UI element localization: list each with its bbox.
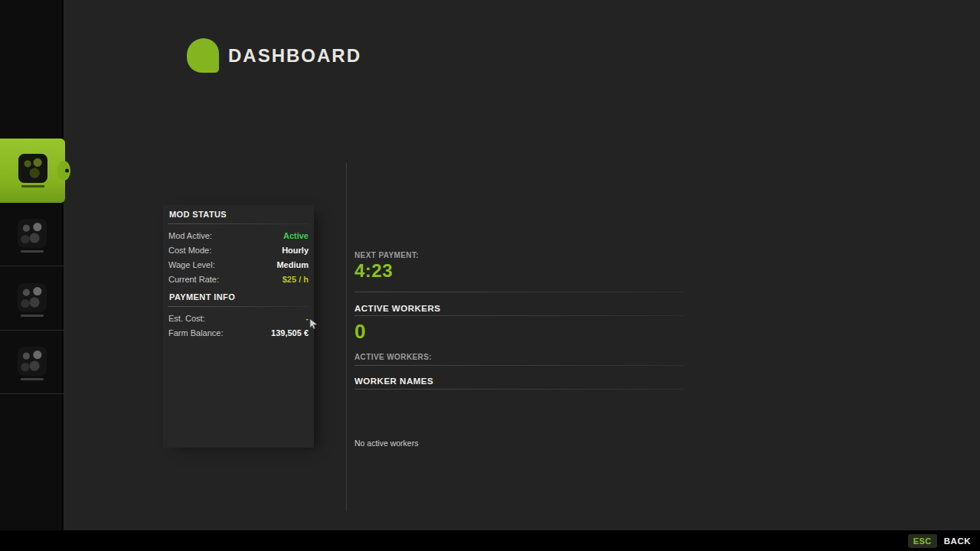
row-wage-level: Wage Level: Medium: [168, 260, 309, 269]
sidebar-separator: [0, 330, 64, 331]
active-workers-sublabel: ACTIVE WORKERS:: [354, 353, 684, 361]
status-panel: MOD STATUS Mod Active: Active Cost Mode:…: [163, 205, 314, 448]
divider: [168, 223, 309, 224]
sidebar-item-mod-selected[interactable]: [0, 139, 65, 203]
tab-notch-dot: [65, 169, 69, 173]
divider: [354, 315, 684, 316]
mod-icon-caption: [21, 250, 44, 253]
row-est-cost: Est. Cost: -: [168, 314, 309, 323]
vertical-divider: [346, 163, 347, 511]
page-title: DASHBOARD: [228, 45, 361, 67]
row-label: Wage Level:: [168, 260, 215, 269]
active-workers-count: 0: [354, 320, 684, 344]
mod-icon-caption: [21, 185, 44, 187]
mod-status-title: MOD STATUS: [168, 210, 309, 219]
divider: [168, 306, 309, 307]
row-value: Medium: [276, 260, 309, 269]
row-value: $25 / h: [283, 275, 309, 284]
payment-info-title: PAYMENT INFO: [168, 292, 309, 302]
no-active-workers-message: No active workers: [354, 439, 684, 448]
row-mod-active: Mod Active: Active: [168, 231, 309, 240]
row-label: Farm Balance:: [168, 328, 224, 337]
row-value: Active: [283, 231, 309, 240]
row-value: Hourly: [282, 246, 309, 255]
row-label: Est. Cost:: [168, 314, 205, 323]
mod-icon: [18, 283, 47, 312]
mod-sidebar: [0, 0, 64, 530]
mod-icon: [18, 219, 47, 248]
mouse-cursor-icon: [309, 318, 319, 329]
row-label: Mod Active:: [168, 231, 212, 240]
page-header: DASHBOARD: [187, 38, 361, 73]
divider: [354, 292, 684, 292]
next-payment-label: NEXT PAYMENT:: [354, 251, 684, 259]
divider: [354, 389, 684, 390]
sidebar-item-mod-2[interactable]: [0, 205, 64, 266]
dashboard-screen: DASHBOARD MOD STATUS Mod Active: Active …: [0, 0, 980, 551]
row-value: 139,505 €: [271, 328, 309, 337]
row-label: Cost Mode:: [168, 246, 211, 255]
sidebar-separator: [0, 266, 64, 266]
sidebar-item-mod-4[interactable]: [0, 333, 64, 394]
bottom-bar: ESC BACK: [0, 530, 980, 551]
back-button[interactable]: BACK: [944, 536, 971, 546]
worker-names-title: WORKER NAMES: [354, 377, 684, 386]
mod-icon: [18, 154, 47, 183]
row-farm-balance: Farm Balance: 139,505 €: [168, 328, 309, 337]
next-payment-timer: 4:23: [354, 260, 684, 282]
divider: [354, 365, 684, 366]
row-label: Current Rate:: [168, 275, 219, 284]
app-logo-icon: [187, 38, 219, 73]
row-cost-mode: Cost Mode: Hourly: [168, 246, 309, 255]
sidebar-item-mod-3[interactable]: [0, 269, 64, 331]
sidebar-separator: [0, 393, 64, 394]
mod-icon-caption: [21, 378, 44, 380]
row-current-rate: Current Rate: $25 / h: [168, 275, 309, 284]
mod-icon-caption: [21, 315, 44, 317]
mod-icon: [18, 347, 47, 376]
esc-key-badge[interactable]: ESC: [908, 534, 937, 548]
active-workers-title: ACTIVE WORKERS: [354, 304, 684, 313]
